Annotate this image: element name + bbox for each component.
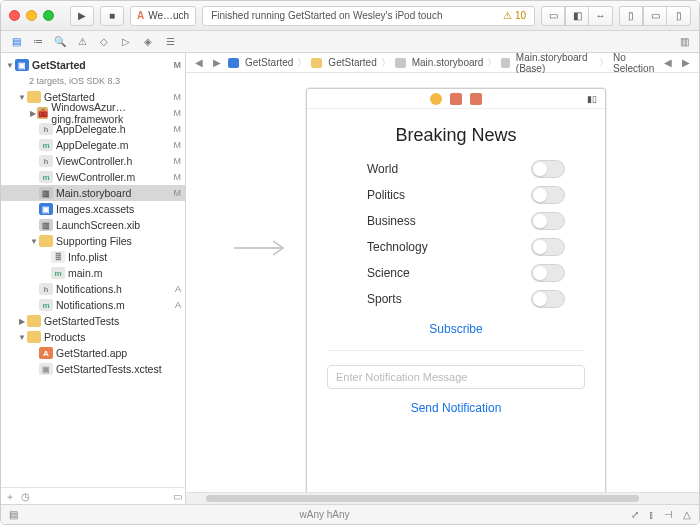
toggle-outline-icon[interactable]: ▥ bbox=[675, 34, 693, 50]
toggle-navigator-button[interactable]: ▯ bbox=[619, 6, 643, 26]
add-icon[interactable]: ＋ bbox=[5, 490, 15, 504]
breakpoint-navigator-icon[interactable]: ◈ bbox=[139, 34, 157, 50]
nav-item-viewcontroller-h[interactable]: hViewController.hM bbox=[1, 153, 185, 169]
embed-in-icon[interactable]: ⤢ bbox=[631, 509, 639, 520]
nav-item-main-storyboard[interactable]: ▥Main.storyboardM bbox=[1, 185, 185, 201]
nav-item-info-plist[interactable]: ≣Info.plist bbox=[1, 249, 185, 265]
zoom-window-icon[interactable] bbox=[43, 10, 54, 21]
toggle-utilities-button[interactable]: ▯ bbox=[667, 6, 691, 26]
category-switch-technology[interactable] bbox=[531, 238, 565, 256]
view-controller-scene[interactable]: ▮▯ Breaking News WorldPoliticsBusinessTe… bbox=[306, 88, 606, 492]
size-class-control[interactable]: wAny hAny bbox=[18, 509, 631, 520]
debug-navigator-icon[interactable]: ▷ bbox=[117, 34, 135, 50]
nav-item-viewcontroller-m[interactable]: mViewController.mM bbox=[1, 169, 185, 185]
category-switch-sports[interactable] bbox=[531, 290, 565, 308]
project-root[interactable]: ▼ ▣ GetStarted M bbox=[1, 57, 185, 73]
subscribe-button[interactable]: Subscribe bbox=[429, 322, 482, 336]
project-navigator: ▼ ▣ GetStarted M 2 targets, iOS SDK 8.3 … bbox=[1, 53, 186, 504]
disclosure-icon[interactable]: ▼ bbox=[5, 61, 15, 70]
toggle-debug-button[interactable]: ▭ bbox=[643, 6, 667, 26]
nav-item-main-m[interactable]: mmain.m bbox=[1, 265, 185, 281]
category-row-world: World bbox=[327, 156, 585, 182]
jumpbar-segment[interactable]: GetStarted bbox=[311, 57, 376, 68]
nav-item-notifications-m[interactable]: mNotifications.mA bbox=[1, 297, 185, 313]
storyboard-canvas[interactable]: ▮▯ Breaking News WorldPoliticsBusinessTe… bbox=[186, 73, 699, 492]
scrollbar-thumb[interactable] bbox=[206, 495, 639, 502]
navigator-filter-bar: ＋ ◷ ▭ bbox=[1, 487, 186, 504]
nav-item-notifications-h[interactable]: hNotifications.hA bbox=[1, 281, 185, 297]
notification-message-field[interactable]: Enter Notification Message bbox=[327, 365, 585, 389]
exit-icon[interactable] bbox=[470, 93, 482, 105]
vcs-status: M bbox=[170, 124, 182, 134]
jumpbar-segment[interactable]: GetStarted bbox=[228, 57, 293, 68]
nav-item-label: Products bbox=[44, 331, 85, 343]
report-navigator-icon[interactable]: ☰ bbox=[161, 34, 179, 50]
category-label: Technology bbox=[367, 240, 428, 254]
disclosure-icon[interactable]: ▼ bbox=[17, 333, 27, 342]
m-icon: m bbox=[39, 171, 53, 183]
disclosure-icon[interactable]: ▼ bbox=[29, 237, 39, 246]
jumpbar-back-button[interactable]: ◀ bbox=[192, 57, 206, 68]
first-responder-icon[interactable] bbox=[450, 93, 462, 105]
category-row-sports: Sports bbox=[327, 286, 585, 312]
vc-icon[interactable] bbox=[430, 93, 442, 105]
minimize-window-icon[interactable] bbox=[26, 10, 37, 21]
canvas-horizontal-scrollbar[interactable] bbox=[186, 492, 699, 504]
frame-icon: 🧰 bbox=[37, 107, 48, 119]
jumpbar-prev-button[interactable]: ◀ bbox=[661, 57, 675, 68]
project-icon: ▣ bbox=[15, 59, 29, 71]
symbol-navigator-icon[interactable]: ≔ bbox=[29, 34, 47, 50]
nav-item-supporting-files[interactable]: ▼Supporting Files bbox=[1, 233, 185, 249]
pin-icon[interactable]: ⊣ bbox=[664, 509, 673, 520]
standard-editor-button[interactable]: ▭ bbox=[541, 6, 565, 26]
navigator-selector-bar: ▤ ≔ 🔍 ⚠ ◇ ▷ ◈ ☰ ▥ bbox=[1, 31, 699, 53]
outline-toggle-icon[interactable]: ▤ bbox=[9, 509, 18, 520]
category-switch-business[interactable] bbox=[531, 212, 565, 230]
nav-item-launchscreen-xib[interactable]: ▥LaunchScreen.xib bbox=[1, 217, 185, 233]
nav-item-getstarted-app[interactable]: AGetStarted.app bbox=[1, 345, 185, 361]
disclosure-icon[interactable]: ▶ bbox=[17, 317, 27, 326]
nav-item-images-xcassets[interactable]: ▣Images.xcassets bbox=[1, 201, 185, 217]
align-icon[interactable]: ⫿ bbox=[649, 509, 654, 520]
jumpbar-segment[interactable]: Main.storyboard bbox=[395, 57, 484, 68]
close-window-icon[interactable] bbox=[9, 10, 20, 21]
scene-header: ▮▯ bbox=[307, 89, 605, 109]
jumpbar-segment[interactable]: No Selection bbox=[613, 52, 657, 74]
disclosure-icon[interactable]: ▶ bbox=[29, 109, 37, 118]
category-label: World bbox=[367, 162, 398, 176]
version-editor-button[interactable]: ↔ bbox=[589, 6, 613, 26]
filter-recent-icon[interactable]: ◷ bbox=[21, 491, 30, 502]
nav-item-windowsazur-ging-framework[interactable]: ▶🧰WindowsAzur…ging.frameworkM bbox=[1, 105, 185, 121]
category-row-business: Business bbox=[327, 208, 585, 234]
assistant-editor-button[interactable]: ◧ bbox=[565, 6, 589, 26]
nav-item-getstartedtests[interactable]: ▶GetStartedTests bbox=[1, 313, 185, 329]
send-notification-button[interactable]: Send Notification bbox=[411, 401, 502, 415]
issues-indicator[interactable]: ⚠ 10 bbox=[503, 10, 526, 21]
nav-item-appdelegate-m[interactable]: mAppDelegate.mM bbox=[1, 137, 185, 153]
test-navigator-icon[interactable]: ◇ bbox=[95, 34, 113, 50]
jumpbar-forward-button[interactable]: ▶ bbox=[210, 57, 224, 68]
jump-bar: ◀ ▶ GetStarted〉GetStarted〉Main.storyboar… bbox=[186, 53, 699, 73]
filter-scm-icon[interactable]: ▭ bbox=[173, 491, 182, 502]
nav-item-getstartedtests-xctest[interactable]: ▣GetStartedTests.xctest bbox=[1, 361, 185, 377]
nav-item-products[interactable]: ▼Products bbox=[1, 329, 185, 345]
resolve-issues-icon[interactable]: △ bbox=[683, 509, 691, 520]
jumpbar-separator-icon: 〉 bbox=[487, 56, 497, 70]
project-navigator-icon[interactable]: ▤ bbox=[7, 34, 25, 50]
jumpbar-label: GetStarted bbox=[328, 57, 376, 68]
disclosure-icon[interactable]: ▼ bbox=[17, 93, 27, 102]
category-switch-science[interactable] bbox=[531, 264, 565, 282]
issue-navigator-icon[interactable]: ⚠ bbox=[73, 34, 91, 50]
scheme-selector[interactable]: A We…uch bbox=[130, 6, 196, 26]
category-switch-world[interactable] bbox=[531, 160, 565, 178]
find-navigator-icon[interactable]: 🔍 bbox=[51, 34, 69, 50]
project-name: GetStarted bbox=[32, 59, 86, 71]
run-button[interactable]: ▶ bbox=[70, 6, 94, 26]
jumpbar-next-button[interactable]: ▶ bbox=[679, 57, 693, 68]
stop-button[interactable]: ■ bbox=[100, 6, 124, 26]
navigator-filter-input[interactable] bbox=[36, 490, 167, 504]
vcs-status: M bbox=[170, 108, 182, 118]
jumpbar-segment[interactable]: Main.storyboard (Base) bbox=[501, 52, 595, 74]
nav-item-label: Supporting Files bbox=[56, 235, 132, 247]
category-switch-politics[interactable] bbox=[531, 186, 565, 204]
